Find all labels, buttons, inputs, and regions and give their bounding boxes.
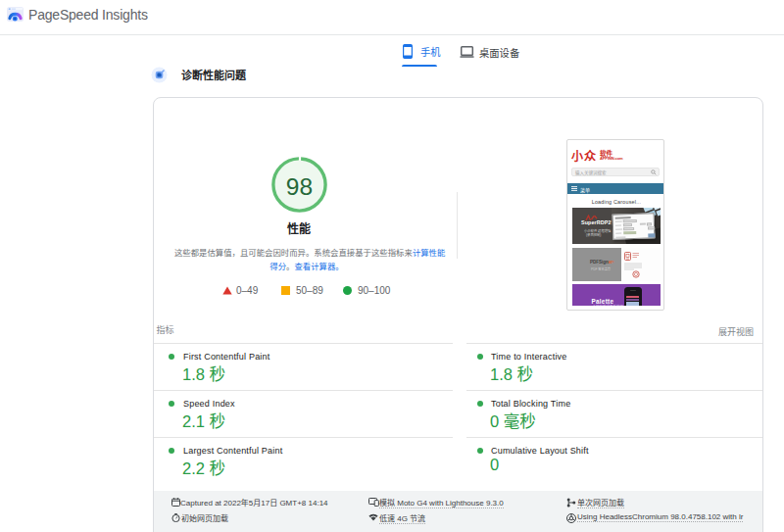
- svg-text:98: 98: [286, 173, 313, 200]
